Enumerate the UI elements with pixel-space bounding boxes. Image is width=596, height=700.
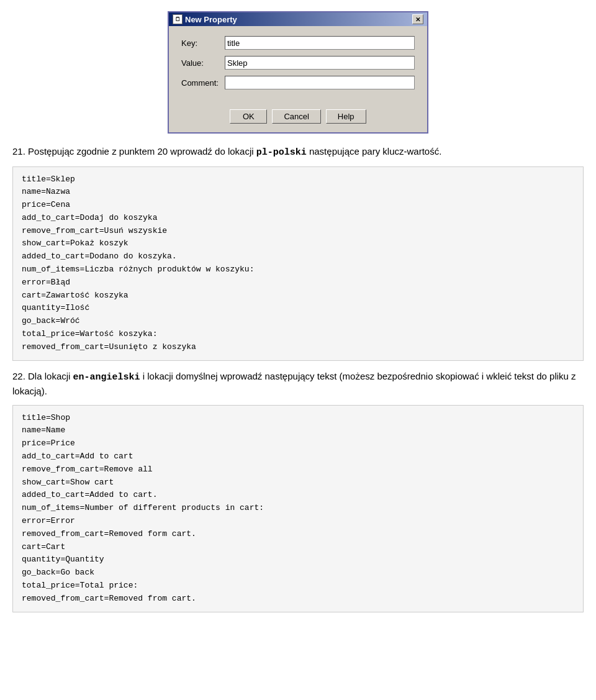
comment-input[interactable]: [225, 76, 415, 89]
dialog-close-button[interactable]: ✕: [412, 14, 423, 24]
code-block-1: title=Sklep name=Nazwa price=Cena add_to…: [12, 166, 584, 361]
value-input[interactable]: [225, 56, 415, 70]
section-22-text: 22. Dla lokacji en-angielski i lokacji d…: [12, 370, 584, 399]
comment-label: Comment:: [181, 78, 225, 88]
dialog-buttons: OK Cancel Help: [169, 103, 427, 132]
help-button[interactable]: Help: [326, 109, 366, 124]
key-input[interactable]: [225, 36, 415, 50]
key-label: Key:: [181, 39, 225, 48]
section-22-location: en-angielski: [73, 372, 140, 383]
comment-row: Comment:: [181, 76, 415, 89]
code-block-2: title=Shop name=Name price=Price add_to_…: [12, 405, 584, 612]
dialog-body: Key: Value: Comment:: [169, 26, 427, 103]
section-21-text-after: następujące pary klucz-wartość.: [307, 146, 442, 157]
titlebar-left: 🗒 New Property: [173, 14, 237, 24]
ok-button[interactable]: OK: [230, 109, 267, 124]
new-property-dialog: 🗒 New Property ✕ Key: Value: Comment: OK…: [168, 11, 428, 134]
main-content: 21. Postępując zgodnie z punktem 20 wpro…: [0, 145, 596, 634]
section-22-number: 22.: [12, 371, 25, 381]
section-21-text: 21. Postępując zgodnie z punktem 20 wpro…: [12, 145, 584, 160]
value-row: Value:: [181, 56, 415, 70]
dialog-titlebar: 🗒 New Property ✕: [169, 12, 427, 26]
section-21-text-before: Postępując zgodnie z punktem 20 wprowadź…: [28, 146, 256, 157]
cancel-button[interactable]: Cancel: [272, 109, 320, 124]
section-21-number: 21.: [12, 146, 25, 157]
key-row: Key:: [181, 36, 415, 50]
dialog-overlay: 🗒 New Property ✕ Key: Value: Comment: OK…: [0, 0, 596, 145]
dialog-app-icon: 🗒: [173, 14, 183, 24]
dialog-title: New Property: [185, 15, 237, 24]
value-label: Value:: [181, 58, 225, 68]
section-22-text-before: Dla lokacji: [28, 371, 73, 381]
section-21-location: pl-polski: [256, 147, 307, 158]
